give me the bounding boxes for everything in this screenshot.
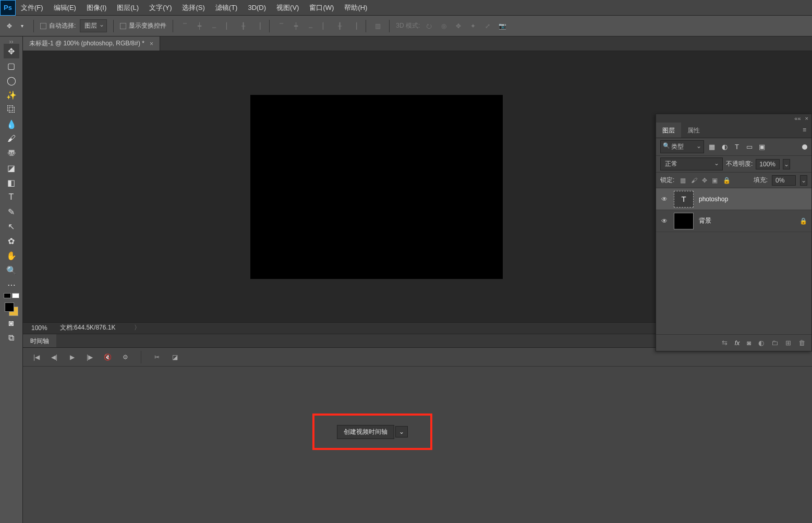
document-canvas[interactable] <box>250 95 503 279</box>
filter-smart-icon[interactable]: ▣ <box>757 142 767 152</box>
panel-menu-icon[interactable]: ≡ <box>797 123 811 138</box>
lock-transparency-icon[interactable]: ▦ <box>680 177 686 184</box>
auto-align-icon[interactable]: ▥ <box>372 21 383 31</box>
status-menu-icon[interactable]: 〉 <box>134 323 140 332</box>
default-swatch-icon[interactable] <box>4 292 19 299</box>
menu-edit[interactable]: 编辑(E) <box>49 0 81 16</box>
create-video-timeline-button[interactable]: 创建视频时间轴 <box>337 425 394 439</box>
quick-mask-tool[interactable]: ◙ <box>4 316 19 331</box>
filter-shape-icon[interactable]: ▭ <box>745 142 754 152</box>
menu-3d[interactable]: 3D(D) <box>243 0 271 15</box>
menu-file[interactable]: 文件(F) <box>16 0 49 16</box>
align-hmid-icon[interactable]: ╂ <box>238 21 248 31</box>
filter-pixel-icon[interactable]: ▦ <box>707 142 717 152</box>
zoom-level[interactable]: 100% <box>31 324 47 332</box>
layer-name[interactable]: photoshop <box>699 196 728 203</box>
gradient-tool[interactable]: ◧ <box>4 175 19 190</box>
shape-tool[interactable]: ✿ <box>4 234 19 248</box>
timeline-tab[interactable]: 时间轴 <box>23 334 56 347</box>
menu-filter[interactable]: 滤镜(T) <box>210 0 243 16</box>
magic-wand-tool[interactable]: ✨ <box>4 88 19 102</box>
menu-view[interactable]: 视图(V) <box>271 0 304 16</box>
close-panel-icon[interactable]: × <box>805 115 808 121</box>
clone-stamp-tool[interactable]: 〠 <box>4 146 19 161</box>
filter-adjust-icon[interactable]: ◐ <box>720 142 729 152</box>
lock-artboard-icon[interactable]: ▣ <box>712 177 718 184</box>
menu-window[interactable]: 窗口(W) <box>304 0 339 16</box>
close-tab-icon[interactable]: × <box>150 40 153 47</box>
delete-layer-icon[interactable]: 🗑 <box>798 339 805 347</box>
foreground-color-swatch[interactable] <box>5 302 14 312</box>
layer-thumbnail[interactable] <box>674 213 694 229</box>
visibility-toggle-icon[interactable]: 👁 <box>660 217 669 225</box>
layer-row[interactable]: 👁 背景 🔒 <box>656 210 811 232</box>
align-vmid-icon[interactable]: ┿ <box>194 21 204 31</box>
type-tool[interactable]: T <box>4 190 19 204</box>
screen-mode-tool[interactable]: ⧉ <box>4 331 19 345</box>
distribute-right-icon[interactable]: ▕ <box>349 21 359 31</box>
menu-image[interactable]: 图像(I) <box>81 0 112 16</box>
properties-tab[interactable]: 属性 <box>681 123 706 138</box>
crop-tool[interactable]: ⿻ <box>4 102 19 117</box>
audio-mute-icon[interactable]: 🔇 <box>103 354 112 361</box>
opacity-value[interactable]: 100% <box>756 159 780 169</box>
filter-kind-dropdown[interactable]: 类型 <box>660 140 704 153</box>
move-tool-icon[interactable]: ✥ <box>4 21 15 31</box>
ps-logo-icon[interactable]: Ps <box>0 0 16 16</box>
filter-toggle-icon[interactable] <box>802 144 807 150</box>
layer-name[interactable]: 背景 <box>699 216 711 225</box>
layers-tab[interactable]: 图层 <box>656 123 681 138</box>
pen-tool[interactable]: ✎ <box>4 204 19 219</box>
timeline-settings-icon[interactable]: ⚙ <box>121 354 129 361</box>
3d-zoom-icon[interactable]: ⤢ <box>482 21 493 31</box>
align-left-icon[interactable]: ▏ <box>223 21 234 31</box>
lock-position-icon[interactable]: ✥ <box>702 177 707 184</box>
menu-help[interactable]: 帮助(H) <box>339 0 372 16</box>
align-bottom-icon[interactable]: ⎽ <box>209 21 219 31</box>
3d-camera-icon[interactable]: 📷 <box>497 21 507 31</box>
add-adjustment-icon[interactable]: ◐ <box>758 339 764 347</box>
link-layers-icon[interactable]: ⇆ <box>722 339 728 347</box>
marquee-tool[interactable]: ▢ <box>4 58 19 73</box>
align-right-icon[interactable]: ▕ <box>252 21 263 31</box>
3d-roll-icon[interactable]: ◎ <box>439 21 449 31</box>
3d-orbit-icon[interactable]: ⭮ <box>424 21 434 31</box>
lock-all-icon[interactable]: 🔒 <box>723 177 731 184</box>
transition-icon[interactable]: ◪ <box>171 354 179 361</box>
eyedropper-tool[interactable]: 💧 <box>4 117 19 131</box>
step-forward-icon[interactable]: |▶ <box>86 354 94 361</box>
more-tools-icon[interactable]: ⋯ <box>4 277 19 292</box>
fill-dropdown-icon[interactable]: ⌄ <box>800 175 807 186</box>
align-top-icon[interactable]: ⎺ <box>179 21 190 31</box>
fill-value[interactable]: 0% <box>772 175 796 186</box>
visibility-toggle-icon[interactable]: 👁 <box>660 196 669 203</box>
lock-pixels-icon[interactable]: 🖌 <box>691 177 697 184</box>
menu-type[interactable]: 文字(Y) <box>144 0 177 16</box>
zoom-tool[interactable]: 🔍 <box>4 263 19 277</box>
lasso-tool[interactable]: ◯ <box>4 73 19 88</box>
document-tab[interactable]: 未标题-1 @ 100% (photoshop, RGB/8#) * × <box>23 37 160 51</box>
create-timeline-dropdown[interactable]: ⌄ <box>395 426 408 437</box>
distribute-vmid-icon[interactable]: ┿ <box>290 21 301 31</box>
brush-tool[interactable]: 🖌 <box>4 131 19 146</box>
step-back-icon[interactable]: ◀| <box>50 354 58 361</box>
path-select-tool[interactable]: ↖ <box>4 219 19 234</box>
split-clip-icon[interactable]: ✂ <box>153 354 161 361</box>
layer-row[interactable]: 👁 T photoshop <box>656 188 811 210</box>
new-group-icon[interactable]: 🗀 <box>771 339 778 347</box>
go-start-icon[interactable]: |◀ <box>32 354 41 361</box>
auto-select-target-dropdown[interactable]: 图层 <box>80 19 107 32</box>
menu-select[interactable]: 选择(S) <box>177 0 210 16</box>
distribute-left-icon[interactable]: ▏ <box>320 21 330 31</box>
menu-layer[interactable]: 图层(L) <box>112 0 144 16</box>
filter-text-icon[interactable]: T <box>732 142 742 152</box>
new-layer-icon[interactable]: ⊞ <box>785 339 791 347</box>
distribute-top-icon[interactable]: ⎺ <box>276 21 286 31</box>
show-transform-checkbox[interactable]: 显示变换控件 <box>120 21 166 30</box>
play-icon[interactable]: ▶ <box>68 354 76 361</box>
distribute-bottom-icon[interactable]: ⎽ <box>305 21 316 31</box>
3d-slide-icon[interactable]: ✦ <box>468 21 478 31</box>
color-swatch[interactable] <box>5 302 18 316</box>
eraser-tool[interactable]: ◪ <box>4 161 19 175</box>
blend-mode-dropdown[interactable]: 正常 <box>660 157 723 171</box>
